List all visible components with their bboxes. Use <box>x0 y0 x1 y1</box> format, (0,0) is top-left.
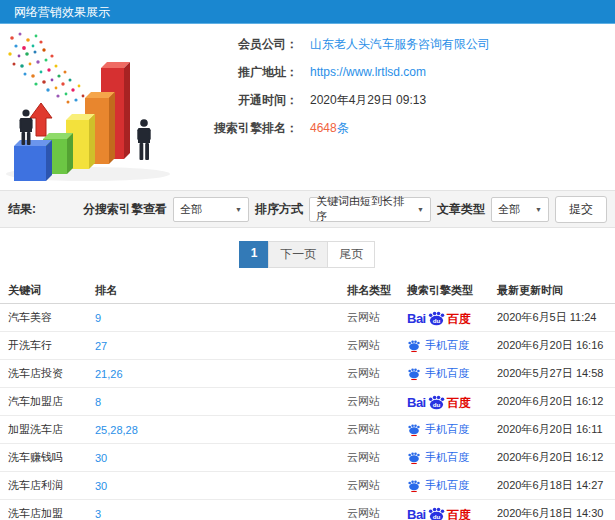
update-time-cell: 2020年6月20日 16:11 <box>497 422 607 437</box>
table-row: 汽车加盟店 8 云网站 Bai du 百度 2020年6月20日 16:12 <box>0 388 615 416</box>
col-header-rank-type: 排名类型 <box>347 283 407 298</box>
keyword-cell: 洗车店加盟 <box>8 506 95 520</box>
filter-controls: 分搜索引擎查看 全部 ▼ 排序方式 关键词由短到长排序 ▼ 文章类型 全部 ▼ … <box>83 196 607 223</box>
keyword-cell: 加盟洗车店 <box>8 422 95 437</box>
app-header: 网络营销效果展示 <box>0 0 615 24</box>
open-time-value: 2020年4月29日 09:13 <box>310 92 426 108</box>
update-time-cell: 2020年5月27日 14:58 <box>497 366 607 381</box>
table-row: 洗车店利润 30 云网站 手机百度 2020年6月18日 14:27 <box>0 472 615 500</box>
engine-filter-value: 全部 <box>180 202 202 217</box>
rank-link[interactable]: 9 <box>95 312 101 324</box>
rank-type-cell: 云网站 <box>347 366 407 381</box>
engine-filter-select[interactable]: 全部 ▼ <box>173 197 249 222</box>
mobile-baidu-logo: 手机百度 <box>407 479 469 493</box>
rank-link[interactable]: 30 <box>95 480 107 492</box>
table-row: 洗车店加盟 3 云网站 Bai du 百度 2020年6月18日 14:30 <box>0 500 615 520</box>
keyword-cell: 开洗车行 <box>8 338 95 353</box>
update-time-cell: 2020年6月20日 16:12 <box>497 394 607 409</box>
article-type-label: 文章类型 <box>437 201 485 218</box>
next-page-button[interactable]: 下一页 <box>268 241 328 268</box>
sort-filter-value: 关键词由短到长排序 <box>316 194 411 224</box>
col-header-rank: 排名 <box>95 283 347 298</box>
mobile-baidu-logo: 手机百度 <box>407 367 469 381</box>
baidu-paw-icon: du <box>427 311 446 326</box>
rank-type-cell: 云网站 <box>347 310 407 325</box>
table-header-row: 关键词 排名 排名类型 搜索引擎类型 最新更新时间 <box>0 278 615 304</box>
mobile-baidu-paw-icon <box>407 451 421 465</box>
rank-link[interactable]: 21,26 <box>95 368 123 380</box>
article-type-value: 全部 <box>498 202 520 217</box>
mobile-baidu-logo: 手机百度 <box>407 423 469 437</box>
sort-filter-label: 排序方式 <box>255 201 303 218</box>
rank-type-cell: 云网站 <box>347 450 407 465</box>
mobile-baidu-paw-icon <box>407 339 421 353</box>
growth-bar-chart-illustration <box>0 24 180 184</box>
info-row-url: 推广地址： https://www.lrtlsd.com <box>180 64 615 80</box>
mobile-baidu-logo: 手机百度 <box>407 339 469 353</box>
company-info-list: 会员公司： 山东老人头汽车服务咨询有限公司 推广地址： https://www.… <box>180 24 615 190</box>
col-header-keyword: 关键词 <box>8 283 95 298</box>
sort-filter-select[interactable]: 关键词由短到长排序 ▼ <box>309 197 431 222</box>
chevron-down-icon: ▼ <box>529 206 542 213</box>
bar-chart-image <box>0 24 180 184</box>
keyword-cell: 汽车加盟店 <box>8 394 95 409</box>
filter-bar: 结果: 分搜索引擎查看 全部 ▼ 排序方式 关键词由短到长排序 ▼ 文章类型 全… <box>0 190 615 228</box>
info-section: 会员公司： 山东老人头汽车服务咨询有限公司 推广地址： https://www.… <box>0 24 615 190</box>
keyword-cell: 洗车店利润 <box>8 478 95 493</box>
submit-button[interactable]: 提交 <box>555 196 607 223</box>
last-page-button[interactable]: 尾页 <box>327 241 375 268</box>
rank-type-cell: 云网站 <box>347 422 407 437</box>
table-row: 开洗车行 27 云网站 手机百度 2020年6月20日 16:16 <box>0 332 615 360</box>
rank-link[interactable]: 8 <box>95 396 101 408</box>
article-type-select[interactable]: 全部 ▼ <box>491 197 549 222</box>
rank-type-cell: 云网站 <box>347 478 407 493</box>
update-time-cell: 2020年6月20日 16:12 <box>497 450 607 465</box>
promo-url-link[interactable]: https://www.lrtlsd.com <box>310 65 426 79</box>
table-row: 加盟洗车店 25,28,28 云网站 手机百度 2020年6月20日 16:11 <box>0 416 615 444</box>
rank-count-value: 4648 <box>310 121 337 135</box>
svg-text:du: du <box>432 400 440 407</box>
engine-rank-label: 搜索引擎排名： <box>180 120 298 136</box>
result-label: 结果: <box>8 201 36 218</box>
keyword-cell: 汽车美容 <box>8 310 95 325</box>
company-name-link[interactable]: 山东老人头汽车服务咨询有限公司 <box>310 37 490 51</box>
table-row: 洗车店投资 21,26 云网站 手机百度 2020年5月27日 14:58 <box>0 360 615 388</box>
rank-link[interactable]: 30 <box>95 452 107 464</box>
page-1-button[interactable]: 1 <box>239 241 270 268</box>
rank-link[interactable]: 3 <box>95 508 101 520</box>
update-time-cell: 2020年6月18日 14:27 <box>497 478 607 493</box>
rank-type-cell: 云网站 <box>347 394 407 409</box>
table-row: 汽车美容 9 云网站 Bai du 百度 2020年6月5日 11:24 <box>0 304 615 332</box>
page-title: 网络营销效果展示 <box>14 5 110 19</box>
info-row-company: 会员公司： 山东老人头汽车服务咨询有限公司 <box>180 36 615 52</box>
col-header-engine-type: 搜索引擎类型 <box>407 283 497 298</box>
rank-count-unit: 条 <box>337 121 349 135</box>
keyword-rank-table: 关键词 排名 排名类型 搜索引擎类型 最新更新时间 汽车美容 9 云网站 Bai… <box>0 278 615 520</box>
rank-type-cell: 云网站 <box>347 506 407 520</box>
rank-link[interactable]: 25,28,28 <box>95 424 138 436</box>
open-time-label: 开通时间： <box>180 92 298 108</box>
promo-url-label: 推广地址： <box>180 64 298 80</box>
info-row-open-time: 开通时间： 2020年4月29日 09:13 <box>180 92 615 108</box>
mobile-baidu-paw-icon <box>407 367 421 381</box>
mobile-baidu-paw-icon <box>407 423 421 437</box>
chevron-down-icon: ▼ <box>229 206 242 213</box>
rank-link[interactable]: 27 <box>95 340 107 352</box>
pagination: 1 下一页 尾页 <box>0 241 615 268</box>
update-time-cell: 2020年6月18日 14:30 <box>497 506 607 520</box>
rank-type-cell: 云网站 <box>347 338 407 353</box>
baidu-paw-icon: du <box>427 395 446 410</box>
table-row: 洗车赚钱吗 30 云网站 手机百度 2020年6月20日 16:12 <box>0 444 615 472</box>
svg-text:du: du <box>432 316 440 323</box>
baidu-paw-icon: du <box>427 507 446 520</box>
chevron-down-icon: ▼ <box>411 206 424 213</box>
mobile-baidu-logo: 手机百度 <box>407 451 469 465</box>
keyword-cell: 洗车店投资 <box>8 366 95 381</box>
baidu-logo: Bai du 百度 <box>407 395 471 409</box>
update-time-cell: 2020年6月20日 16:16 <box>497 338 607 353</box>
mobile-baidu-paw-icon <box>407 479 421 493</box>
svg-text:du: du <box>432 512 440 519</box>
col-header-update-time: 最新更新时间 <box>497 283 607 298</box>
baidu-logo: Bai du 百度 <box>407 311 471 325</box>
update-time-cell: 2020年6月5日 11:24 <box>497 310 607 325</box>
